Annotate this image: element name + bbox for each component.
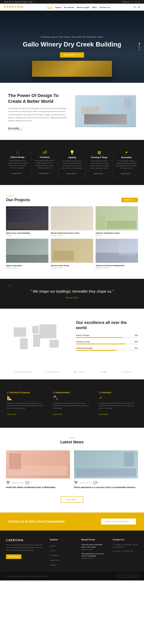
hero-subtitle: Creating spaces that inspire and uplift … xyxy=(41,36,103,38)
client-logo-5: ≋ DANCE xyxy=(121,371,132,373)
view-more-button[interactable]: VIEW MORE → xyxy=(61,496,83,502)
project-title-3: Valencia Tenderloin Center xyxy=(96,232,138,234)
footer-link-facts[interactable]: Helpful Facts xyxy=(50,558,75,562)
project-image-6 xyxy=(96,239,138,263)
view-all-projects-button[interactable]: VIEW ALL → xyxy=(121,198,138,202)
world-map xyxy=(6,319,68,355)
social-link-in[interactable]: in xyxy=(135,1,137,3)
services-section: ⌂ Interior Design Following the interior… xyxy=(0,140,144,185)
feature-link-2[interactable]: READ MORE → xyxy=(53,414,64,415)
project-card-6[interactable]: Johnson Controls Headquarters Building, … xyxy=(96,239,138,269)
feature-link-1[interactable]: READ MORE → xyxy=(7,414,18,415)
svg-rect-1 xyxy=(20,338,28,349)
news-card-title-2: Plush apartment is a success story in su… xyxy=(74,486,138,489)
logo[interactable]: EXERTION xyxy=(4,5,24,9)
footer-link-about[interactable]: About Us xyxy=(50,544,75,547)
service-link-3[interactable]: READ MORE → xyxy=(67,173,78,174)
news-comments-1: 0 xyxy=(31,482,32,484)
news-meta-1: 📅 February 19, 2015 💬 0 xyxy=(6,481,70,485)
footer-link-affiliates[interactable]: Affiliates xyxy=(50,563,75,566)
news-image-2 xyxy=(74,450,138,478)
project-image-3 xyxy=(96,206,138,230)
news-calendar-icon: 📅 xyxy=(6,481,10,485)
nav-links: Home Pages Our Works Works Single Blog C… xyxy=(47,5,110,9)
nav-contact[interactable]: Contact Us xyxy=(99,5,110,9)
footer-social-tw[interactable]: t xyxy=(123,574,127,578)
service-link-5[interactable]: READ MORE → xyxy=(121,173,132,174)
social-link-fb[interactable]: f xyxy=(131,1,132,3)
hero-explore-button[interactable]: EXPLORE IT ▼ xyxy=(60,52,84,58)
phone-icon: 📞 xyxy=(113,550,115,552)
logo-rest: XERTION xyxy=(6,5,24,8)
project-card-5[interactable]: Buenos Aires House Creative, Interior xyxy=(51,239,93,269)
cta-button[interactable]: MAKE AN APPOINTMENT → xyxy=(101,518,136,524)
nav-home[interactable]: Home xyxy=(47,5,53,9)
about-description: Craft design with the mind of delivering… xyxy=(8,107,69,122)
project-category-6: Building, Planning xyxy=(96,267,138,269)
svg-point-9 xyxy=(43,328,44,329)
feature-num-1: 1. Planning & Designing xyxy=(7,392,45,394)
arrow-right-cta-icon: → xyxy=(130,520,132,522)
footer-social-fb[interactable]: f xyxy=(117,574,121,578)
footer-social-in[interactable]: in xyxy=(128,574,133,578)
news-image-1 xyxy=(6,450,70,478)
footer-read-more-button[interactable]: READ MORE xyxy=(6,554,21,559)
project-card-3[interactable]: Valencia Tenderloin Center Building xyxy=(96,206,138,236)
clients-section: ⌂ HOME ENERGY ◈ SpaceCube ▣ PLEXXI ⌂ HOM… xyxy=(0,365,144,380)
search-icon[interactable]: 🔍 xyxy=(134,6,137,8)
social-link-tw[interactable]: t xyxy=(133,1,134,3)
lighting-icon: 💡 xyxy=(61,150,82,155)
nav-pages[interactable]: Pages xyxy=(55,5,61,9)
skill-bar-architecture: Architecture Designs 65% xyxy=(76,347,138,351)
footer-news-date-1: February 18, 2015 xyxy=(81,549,107,550)
skill-bar-flooring: Flooring & Tlings 80% xyxy=(76,341,138,344)
arrow-right-icon: → xyxy=(20,127,22,129)
social-link-gp[interactable]: g+ xyxy=(138,1,140,3)
flooring-icon: ▦ xyxy=(89,150,110,155)
news-card-1[interactable]: 📅 February 19, 2015 💬 0 Inside the talle… xyxy=(6,450,70,490)
hero-table xyxy=(32,61,112,77)
skill-value-exterior: 75% xyxy=(135,334,138,336)
news-date-2: February 19, 2015 xyxy=(80,482,92,484)
project-card-1[interactable]: Winery Dry Creek Building Creative xyxy=(6,206,48,236)
hero-section: Creating spaces that inspire and uplift … xyxy=(0,10,144,83)
interior-design-icon: ⌂ xyxy=(7,150,28,154)
news-divider xyxy=(69,438,75,438)
arrow-right-news-icon: → xyxy=(77,498,79,500)
skill-value-flooring: 80% xyxy=(135,341,138,343)
service-link-1[interactable]: READ MORE → xyxy=(12,172,23,174)
project-category-3: Building xyxy=(96,234,138,236)
project-category-2: Building, Creative xyxy=(51,234,93,236)
news-card-2[interactable]: 📅 February 19, 2015 💬 0 Plush apartment … xyxy=(74,450,138,490)
footer-link-careers[interactable]: Careers xyxy=(50,548,75,552)
home-icon: ⌂ xyxy=(98,371,100,373)
service-link-4[interactable]: READ MORE → xyxy=(94,173,105,174)
about-section: The Power Of Design To Create A Better W… xyxy=(0,83,144,140)
project-card-2[interactable]: Westin Hotel and Transit Center Building… xyxy=(51,206,93,236)
cta-text: Contact us & Get a Free Consultation xyxy=(8,520,65,523)
about-read-more[interactable]: READ MORE → xyxy=(8,127,22,130)
top-bar: Write Set · 9 Ways to 8 Ways · Blog → Fo… xyxy=(0,0,144,4)
footer-brand: EXERTION We are the leading architecture… xyxy=(6,538,44,568)
project-card-4[interactable]: Hyatt Corporation Creative, Planning xyxy=(6,239,48,269)
nav-works[interactable]: Our Works xyxy=(64,5,74,9)
nav-works-single[interactable]: Works Single xyxy=(77,5,89,9)
footer-news-2: Plush apartment is a success story in su… xyxy=(81,552,107,559)
nav-blog[interactable]: Blog xyxy=(92,5,97,9)
client-logo-4: ⌂ HOME xyxy=(98,371,107,373)
menu-icon[interactable]: ☰ xyxy=(138,6,140,8)
footer-link-sitemap[interactable]: Our Sitemap xyxy=(50,553,75,557)
svg-rect-2 xyxy=(32,326,39,334)
footer-copyright: Proudly Powered By WordPress And Theme B… xyxy=(6,575,48,577)
news-comment-icon-2: 💬 xyxy=(93,481,97,485)
service-link-2[interactable]: READ MORE → xyxy=(39,172,50,174)
footer-social-gp[interactable]: g+ xyxy=(134,574,138,578)
footer-social: f t in g+ xyxy=(117,574,138,578)
projects-grid: Winery Dry Creek Building Creative Westi… xyxy=(6,206,138,269)
about-image xyxy=(75,95,136,127)
feature-link-3[interactable]: READ MORE → xyxy=(99,414,110,415)
quote-section: " " We shape our buildings; thereafter t… xyxy=(0,279,144,309)
feature-desc-2: Professional modernism services from fix… xyxy=(53,402,91,410)
footer-description: We are the leading architecture and inte… xyxy=(6,544,44,552)
footer: EXERTION We are the leading architecture… xyxy=(0,530,144,572)
